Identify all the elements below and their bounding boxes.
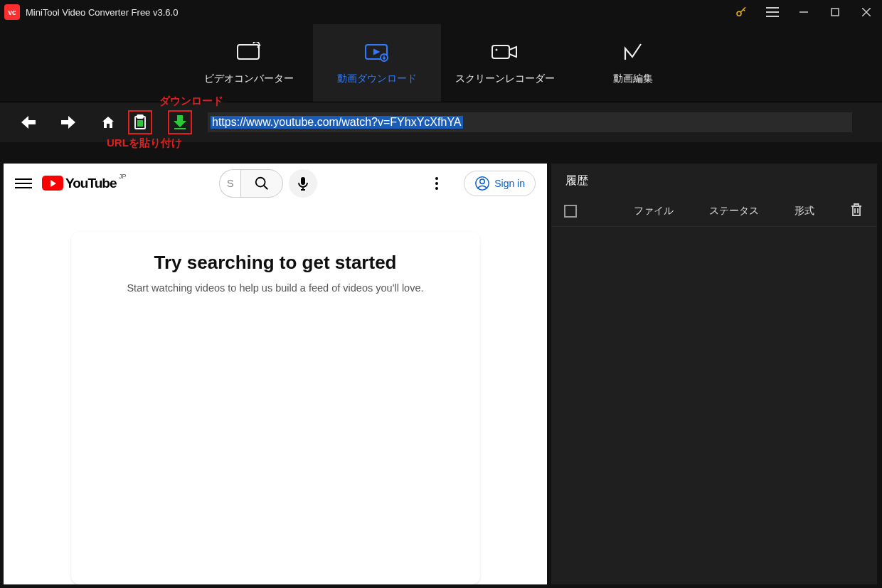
card-heading: Try searching to get started (94, 252, 457, 274)
svg-rect-8 (238, 45, 259, 59)
tab-video-editor[interactable]: 動画編集 (569, 24, 697, 102)
paste-url-button[interactable] (128, 110, 152, 134)
download-icon (364, 41, 390, 63)
sign-in-button[interactable]: Sign in (464, 171, 536, 196)
app-logo: vc (4, 4, 20, 20)
col-format: 形式 (795, 205, 814, 218)
tab-label: スクリーンレコーダー (455, 73, 555, 85)
youtube-logo[interactable]: YouTube JP (42, 176, 116, 191)
svg-line-18 (264, 185, 268, 189)
history-header: ファイル ステータス 形式 (551, 196, 877, 227)
tab-label: 動画ダウンロード (337, 73, 417, 85)
svg-point-21 (480, 179, 484, 183)
nav-back-button[interactable] (9, 108, 48, 137)
upgrade-key-icon[interactable] (726, 0, 757, 24)
youtube-region: JP (119, 173, 127, 180)
more-options-button[interactable] (428, 177, 445, 190)
youtube-empty-card: Try searching to get started Start watch… (71, 232, 480, 584)
svg-rect-11 (492, 46, 509, 58)
tab-video-download[interactable]: 動画ダウンロード (313, 24, 441, 102)
svg-point-17 (256, 177, 265, 186)
play-icon (42, 176, 63, 191)
start-download-button[interactable] (168, 110, 192, 134)
annotation-download: ダウンロード (159, 95, 223, 108)
maximize-button[interactable] (819, 0, 851, 24)
user-icon (474, 176, 490, 191)
converter-icon (236, 41, 262, 63)
url-field[interactable]: https://www.youtube.com/watch?v=FYhxYcXf… (208, 112, 852, 132)
tab-screen-recorder[interactable]: スクリーンレコーダー (441, 24, 569, 102)
annotation-paste-url: URLを貼り付け (107, 137, 182, 150)
history-pane: 履歴 ファイル ステータス 形式 (551, 164, 877, 584)
main-tabs: ビデオコンバーター 動画ダウンロード スクリーンレコーダー 動画編集 (0, 24, 882, 102)
svg-point-12 (496, 48, 498, 50)
sign-in-label: Sign in (494, 178, 525, 189)
youtube-header: YouTube JP S Sign in (4, 164, 547, 203)
svg-point-0 (737, 11, 741, 16)
titlebar: vc MiniTool Video Converter Free v3.6.0 (0, 0, 882, 24)
voice-search-button[interactable] (289, 169, 317, 198)
close-button[interactable] (851, 0, 882, 24)
nav-home-button[interactable] (88, 108, 128, 137)
svg-rect-16 (174, 128, 186, 129)
svg-rect-15 (137, 120, 143, 127)
minimize-button[interactable] (788, 0, 819, 24)
delete-button[interactable] (850, 203, 864, 219)
editor-icon (622, 41, 644, 63)
youtube-logo-text: YouTube (65, 176, 116, 191)
url-text: https://www.youtube.com/watch?v=FYhxYcXf… (211, 116, 463, 129)
tab-label: 動画編集 (613, 73, 653, 85)
search-input[interactable]: S (219, 169, 240, 198)
col-status: ステータス (709, 205, 759, 218)
svg-rect-19 (301, 177, 305, 185)
svg-rect-5 (831, 9, 839, 16)
tab-label: ビデオコンバーター (204, 73, 294, 85)
col-file: ファイル (634, 205, 674, 218)
hamburger-icon[interactable] (15, 178, 32, 188)
embedded-browser: YouTube JP S Sign in (4, 164, 547, 584)
browser-toolbar: URLを貼り付け ダウンロード https://www.youtube.com/… (0, 102, 882, 142)
app-title: MiniTool Video Converter Free v3.6.0 (26, 7, 178, 18)
search-button[interactable] (240, 169, 283, 198)
nav-forward-button[interactable] (48, 108, 88, 137)
history-title: 履歴 (551, 164, 877, 196)
menu-icon[interactable] (757, 0, 788, 24)
tab-video-converter[interactable]: ビデオコンバーター (185, 24, 313, 102)
recorder-icon (491, 41, 519, 63)
select-all-checkbox[interactable] (564, 205, 577, 218)
card-body: Start watching videos to help us build a… (94, 282, 457, 294)
